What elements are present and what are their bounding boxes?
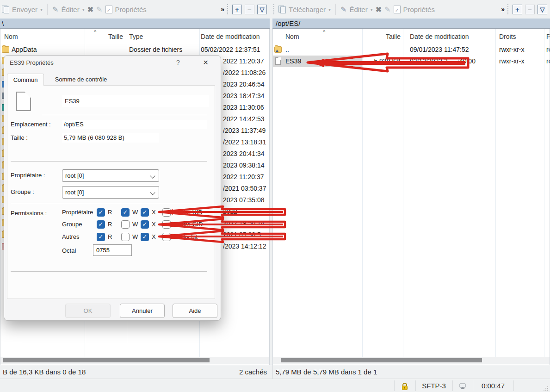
checkbox-propriétaire-x[interactable] — [141, 208, 149, 217]
checkbox-autres-w[interactable] — [121, 233, 130, 241]
toolbar-grip[interactable] — [507, 4, 510, 14]
send-button[interactable]: Envoyer — [12, 6, 37, 13]
edit-button[interactable]: Éditer — [61, 6, 79, 13]
hidden-files-count[interactable]: 2 cachés — [239, 365, 267, 379]
help-button[interactable]: Aide — [173, 304, 217, 318]
scrollbar-thumb[interactable] — [3, 358, 210, 362]
checkbox-propriétaire-r[interactable] — [97, 208, 105, 217]
cancel-button[interactable]: Annuler — [120, 304, 165, 318]
file-row-appdata[interactable]: AppDataDossier de fichiers05/02/2022 12:… — [0, 44, 269, 56]
column-header-date[interactable]: Date de modification — [410, 29, 493, 44]
octal-field[interactable] — [93, 244, 132, 256]
file-row-ES39[interactable]: ES395 939 KB02/12/2022 2:40:00rwxr-xr-xr… — [273, 56, 550, 67]
file-rights: rwxr-xr-x — [499, 56, 524, 67]
permissions-label: Permissions : — [11, 210, 47, 217]
file-date: 2022 19:50:14 — [223, 218, 265, 229]
dropdown-icon[interactable]: ▾ — [40, 7, 43, 12]
file-date: 2022 11:20:37 — [223, 56, 264, 67]
tab-somme-de-controle[interactable]: Somme de contrôle — [44, 74, 118, 86]
column-header-type[interactable]: Type — [129, 29, 198, 44]
properties-button[interactable]: Propriétés — [115, 6, 147, 13]
rename-icon[interactable]: ✎ — [96, 5, 102, 14]
file-date-seconds: :40:00 — [457, 56, 476, 67]
dropdown-icon[interactable]: ▾ — [82, 7, 85, 12]
column-header-droits[interactable]: Droits — [499, 29, 541, 44]
chevron-down-icon — [150, 190, 155, 195]
remote-file-panel: Nom ^ Taille Date de modification Droits… — [272, 29, 550, 365]
checkbox-autres-x[interactable] — [141, 233, 149, 241]
file-name-field[interactable] — [62, 95, 209, 107]
owner-label: Propriétaire : — [11, 172, 45, 179]
add-bookmark-button[interactable]: + — [513, 5, 522, 14]
checkbox-groupe-r[interactable] — [97, 220, 105, 229]
edit-button[interactable]: Éditer — [349, 6, 367, 13]
toolbar-overflow-button[interactable]: » — [501, 6, 505, 13]
column-header-date[interactable]: Date de modification — [201, 29, 270, 44]
file-date: 2023 11:30:06 — [223, 102, 264, 113]
file-date: 2023 09:38:14 — [223, 160, 265, 171]
column-header-taille[interactable]: Taille — [362, 29, 401, 44]
download-icon — [278, 6, 286, 13]
resize-grip[interactable] — [547, 390, 548, 391]
folder-up-icon — [274, 46, 282, 53]
horizontal-scrollbar[interactable] — [273, 357, 550, 364]
size-value: 5,79 MB (6 080 928 B) — [62, 133, 159, 143]
column-header-nom[interactable]: Nom — [285, 29, 322, 44]
delete-icon[interactable]: ✖ — [87, 5, 93, 14]
properties-dialog: ES39 Propriétés ? × Commun Somme de cont… — [4, 55, 221, 321]
file-date: 2022 — [223, 206, 237, 218]
perm-letter: W — [132, 209, 138, 216]
file-date: 05/02/2022 12:37:51 — [201, 44, 260, 56]
local-path-bar[interactable]: \ — [0, 19, 270, 29]
checkbox-autres-r[interactable] — [97, 233, 105, 241]
column-header-nom[interactable]: Nom — [4, 29, 83, 44]
checkbox-groupe-x[interactable] — [141, 220, 149, 229]
remote-path-bar[interactable]: /opt/ES/ — [272, 19, 550, 29]
rename-icon[interactable]: ✎ — [384, 5, 390, 14]
properties-button[interactable]: Propriétés — [403, 6, 435, 13]
horizontal-scrollbar[interactable] — [0, 357, 269, 364]
scrollbar-thumb[interactable] — [281, 358, 482, 362]
checkbox-special[interactable] — [162, 220, 171, 229]
toolbar-separator — [335, 4, 336, 15]
checkbox-special[interactable] — [162, 233, 171, 241]
download-button[interactable]: Télécharger — [289, 6, 326, 13]
add-bookmark-button[interactable]: + — [232, 5, 242, 14]
file-date: 2023 20:46:54 — [223, 79, 265, 90]
toolbar-overflow-button[interactable]: » — [221, 6, 224, 13]
remove-bookmark-button[interactable]: − — [525, 5, 535, 14]
close-icon[interactable]: × — [203, 57, 208, 68]
upload-icon — [2, 6, 9, 13]
delete-icon[interactable]: ✖ — [376, 5, 382, 14]
checkbox-groupe-w[interactable] — [121, 220, 130, 229]
toolbar-grip[interactable] — [273, 4, 276, 14]
file-date: /2022 11:08:26 — [223, 67, 266, 79]
special-label: Mettre GID — [173, 221, 203, 228]
dropdown-icon[interactable]: ▾ — [371, 7, 373, 12]
owner-value: root [0] — [65, 172, 84, 179]
filter-button[interactable]: ▽ — [257, 5, 267, 14]
perm-letter: R — [108, 209, 112, 216]
encryption-lock-icon[interactable] — [394, 379, 415, 392]
location-label: Emplacement : — [11, 121, 51, 128]
protocol-indicator[interactable]: SFTP-3 — [415, 379, 452, 392]
remove-bookmark-button[interactable]: − — [245, 5, 254, 14]
toolbar-grip[interactable] — [227, 4, 229, 14]
owner-select[interactable]: root [0] — [62, 169, 159, 182]
column-header-taille[interactable]: Taille — [85, 29, 123, 44]
file-date: 2023 20:41:34 — [223, 148, 265, 160]
network-icon[interactable] — [452, 379, 473, 392]
tab-commun[interactable]: Commun — [7, 74, 44, 86]
checkbox-special[interactable] — [162, 208, 171, 217]
file-row-dotdot[interactable]: ..09/01/2023 11:47:52rwxr-xr-xroot — [273, 44, 550, 56]
dialog-help-icon[interactable]: ? — [176, 59, 180, 66]
toolbar-separator — [47, 4, 48, 15]
column-divider — [495, 29, 496, 357]
dropdown-icon[interactable]: ▾ — [328, 7, 331, 12]
group-value: root [0] — [65, 189, 84, 196]
column-header-proprietaire[interactable]: Propriétaire — [546, 29, 550, 44]
ok-button[interactable]: OK — [65, 304, 111, 318]
group-select[interactable]: root [0] — [62, 186, 159, 199]
filter-button[interactable]: ▽ — [538, 5, 547, 14]
checkbox-propriétaire-w[interactable] — [121, 208, 130, 217]
